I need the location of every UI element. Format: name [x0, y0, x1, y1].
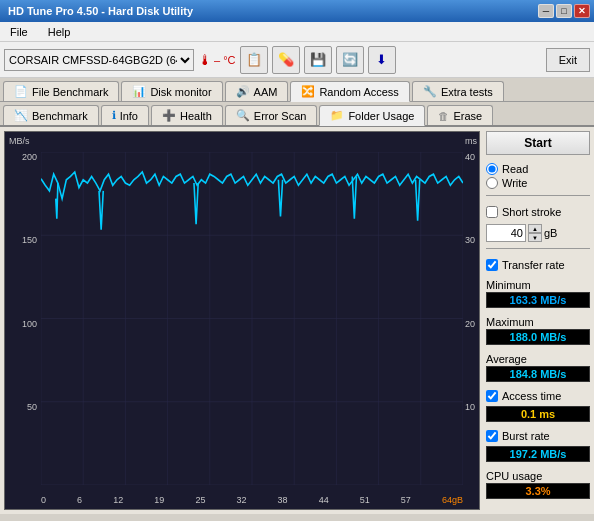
short-stroke-checkbox[interactable] [486, 206, 498, 218]
y-label-150: 150 [22, 235, 37, 245]
menu-bar: File Help [0, 22, 594, 42]
extra-tests-icon: 🔧 [423, 85, 437, 98]
y-label-30ms: 30 [465, 235, 475, 245]
minimum-value: 163.3 MB/s [486, 292, 590, 308]
write-label: Write [502, 177, 527, 189]
tab-error-scan[interactable]: 🔍 Error Scan [225, 105, 318, 125]
burst-rate-value: 197.2 MB/s [486, 446, 590, 462]
file-benchmark-icon: 📄 [14, 85, 28, 98]
tab-aam[interactable]: 🔊 AAM [225, 81, 289, 101]
tab-folder-usage[interactable]: 📁 Folder Usage [319, 105, 425, 126]
read-radio[interactable] [486, 163, 498, 175]
close-button[interactable]: ✕ [574, 4, 590, 18]
access-time-label: Access time [502, 390, 561, 402]
chart-svg [41, 152, 463, 485]
access-time-checkbox-row: Access time [486, 390, 590, 402]
spinbox-row: ▲ ▼ gB [486, 224, 590, 242]
y-label-100: 100 [22, 319, 37, 329]
toolbar-btn-1[interactable]: 📋 [240, 46, 268, 74]
y-label-50: 50 [27, 402, 37, 412]
tab-health[interactable]: ➕ Health [151, 105, 223, 125]
tab-random-access[interactable]: 🔀 Random Access [290, 81, 409, 102]
title-bar: HD Tune Pro 4.50 - Hard Disk Utility ─ □… [0, 0, 594, 22]
tab-file-benchmark[interactable]: 📄 File Benchmark [3, 81, 119, 101]
burst-rate-checkbox-row: Burst rate [486, 430, 590, 442]
y-axis-left: 200 150 100 50 [5, 152, 41, 485]
burst-rate-checkbox[interactable] [486, 430, 498, 442]
y-label-20ms: 20 [465, 319, 475, 329]
erase-icon: 🗑 [438, 110, 449, 122]
menu-help[interactable]: Help [42, 24, 77, 40]
tab-disk-monitor[interactable]: 📊 Disk monitor [121, 81, 222, 101]
benchmark-icon: 📉 [14, 109, 28, 122]
separator-1 [486, 195, 590, 196]
maximize-button[interactable]: □ [556, 4, 572, 18]
toolbar-btn-5[interactable]: ⬇ [368, 46, 396, 74]
tab-info[interactable]: ℹ Info [101, 105, 149, 125]
chart-container: MB/s ms 200 150 100 50 40 30 20 10 [4, 131, 480, 510]
cpu-usage-section: CPU usage 3.3% [486, 470, 590, 499]
transfer-rate-checkbox[interactable] [486, 259, 498, 271]
maximum-label: Maximum [486, 316, 590, 328]
folder-usage-icon: 📁 [330, 109, 344, 122]
x-axis: 0 6 12 19 25 32 38 44 51 57 64gB [41, 495, 463, 505]
maximum-value: 188.0 MB/s [486, 329, 590, 345]
toolbar-btn-3[interactable]: 💾 [304, 46, 332, 74]
transfer-rate-label: Transfer rate [502, 259, 565, 271]
y-label-200: 200 [22, 152, 37, 162]
minimum-section: Minimum 163.3 MB/s [486, 279, 590, 308]
y-label-10ms: 10 [465, 402, 475, 412]
tab-extra-tests[interactable]: 🔧 Extra tests [412, 81, 504, 101]
spin-up-button[interactable]: ▲ [528, 224, 542, 233]
average-section: Average 184.8 MB/s [486, 353, 590, 382]
main-content: MB/s ms 200 150 100 50 40 30 20 10 [0, 127, 594, 514]
temp-value: – °C [214, 54, 236, 66]
average-value: 184.8 MB/s [486, 366, 590, 382]
toolbar-btn-4[interactable]: 🔄 [336, 46, 364, 74]
minimum-label: Minimum [486, 279, 590, 291]
burst-rate-label: Burst rate [502, 430, 550, 442]
y-axis-right: 40 30 20 10 [463, 152, 479, 485]
start-button[interactable]: Start [486, 131, 590, 155]
drive-select[interactable]: CORSAIR CMFSSD-64GBG2D (64 gB) [4, 49, 194, 71]
separator-2 [486, 248, 590, 249]
transfer-rate-row: Transfer rate [486, 259, 590, 271]
right-panel: Start Read Write Short stroke ▲ ▼ gB [486, 131, 590, 510]
spinbox-input[interactable] [486, 224, 526, 242]
toolbar: CORSAIR CMFSSD-64GBG2D (64 gB) 🌡 – °C 📋 … [0, 42, 594, 78]
read-label: Read [502, 163, 528, 175]
tab-erase[interactable]: 🗑 Erase [427, 105, 493, 125]
y-label-40ms: 40 [465, 152, 475, 162]
disk-monitor-icon: 📊 [132, 85, 146, 98]
y-axis-right-title: ms [465, 136, 477, 146]
average-label: Average [486, 353, 590, 365]
exit-button[interactable]: Exit [546, 48, 590, 72]
cpu-usage-value: 3.3% [486, 483, 590, 499]
aam-icon: 🔊 [236, 85, 250, 98]
tabs-row2: 📉 Benchmark ℹ Info ➕ Health 🔍 Error Scan… [0, 102, 594, 127]
short-stroke-row: Short stroke [486, 206, 590, 218]
access-time-value: 0.1 ms [486, 406, 590, 422]
access-time-checkbox[interactable] [486, 390, 498, 402]
random-access-icon: 🔀 [301, 85, 315, 98]
short-stroke-label: Short stroke [502, 206, 561, 218]
spin-down-button[interactable]: ▼ [528, 233, 542, 242]
minimize-button[interactable]: ─ [538, 4, 554, 18]
info-icon: ℹ [112, 109, 116, 122]
menu-file[interactable]: File [4, 24, 34, 40]
y-axis-left-title: MB/s [9, 136, 30, 146]
spinbox-unit: gB [544, 227, 557, 239]
tab-benchmark[interactable]: 📉 Benchmark [3, 105, 99, 125]
spinbox-buttons: ▲ ▼ [528, 224, 542, 242]
write-radio[interactable] [486, 177, 498, 189]
cpu-usage-label: CPU usage [486, 470, 590, 482]
health-icon: ➕ [162, 109, 176, 122]
read-radio-row: Read [486, 163, 590, 175]
toolbar-btn-2[interactable]: 💊 [272, 46, 300, 74]
read-write-group: Read Write [486, 163, 590, 189]
error-scan-icon: 🔍 [236, 109, 250, 122]
tabs-row1: 📄 File Benchmark 📊 Disk monitor 🔊 AAM 🔀 … [0, 78, 594, 102]
write-radio-row: Write [486, 177, 590, 189]
window-title: HD Tune Pro 4.50 - Hard Disk Utility [8, 5, 193, 17]
temperature-indicator: 🌡 – °C [198, 52, 236, 68]
